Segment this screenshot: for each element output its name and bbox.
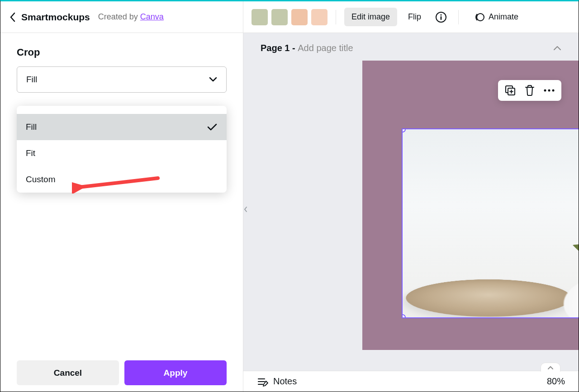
svg-point-1 — [441, 14, 442, 15]
animate-icon — [474, 12, 485, 23]
resize-handle-tl[interactable] — [402, 128, 406, 132]
page-title-input[interactable]: Add page title — [298, 43, 353, 53]
crop-select-value: Fill — [26, 75, 37, 85]
chevron-down-icon — [209, 77, 217, 82]
sidebar-header: Smartmockups Created by Canva — [0, 1, 243, 33]
back-icon[interactable] — [9, 12, 16, 22]
top-bar: Smartmockups Created by Canva Edit image… — [0, 1, 579, 33]
crop-dropdown: Fill Fit Custom — [17, 106, 227, 193]
created-by-link[interactable]: Canva — [140, 12, 164, 21]
divider — [336, 10, 336, 24]
svg-rect-2 — [441, 16, 442, 20]
divider — [458, 10, 459, 24]
toolbar: Edit image Flip Animate — [243, 1, 579, 33]
notes-icon — [257, 377, 269, 387]
created-by: Created by Canva — [98, 12, 164, 22]
svg-point-9 — [548, 90, 551, 92]
plant-decor — [568, 195, 579, 295]
animate-button[interactable]: Animate — [467, 7, 526, 27]
page-label: Page 1 — [261, 43, 290, 53]
sidebar: Crop Fill Fill Fit Custom — [0, 33, 243, 392]
crop-option-custom[interactable]: Custom — [17, 166, 227, 193]
panel-title: Smartmockups — [21, 12, 90, 23]
edit-image-button[interactable]: Edit image — [344, 8, 397, 26]
sidebar-footer: Cancel Apply — [0, 360, 243, 392]
apply-button[interactable]: Apply — [124, 360, 227, 385]
bottom-bar: Notes 80% — [243, 371, 579, 392]
zoom-level[interactable]: 80% — [547, 376, 565, 387]
trash-icon[interactable] — [524, 85, 535, 96]
expand-pages-tab[interactable] — [541, 363, 560, 372]
svg-point-3 — [477, 14, 484, 21]
check-icon — [207, 123, 218, 131]
flip-button[interactable]: Flip — [401, 8, 428, 26]
collapse-page-icon[interactable] — [553, 44, 561, 52]
resize-handle-bl[interactable] — [402, 314, 406, 318]
info-icon[interactable] — [432, 8, 450, 26]
wood-slice-decor — [402, 279, 579, 316]
duplicate-icon[interactable] — [504, 85, 516, 96]
color-swatch-2[interactable] — [271, 9, 288, 25]
color-swatch-3[interactable] — [291, 9, 308, 25]
crop-option-fit[interactable]: Fit — [17, 140, 227, 166]
canvas-area: Page 1 - Add page title — [243, 33, 579, 392]
color-swatch-4[interactable] — [311, 9, 327, 25]
element-toolbar — [498, 80, 561, 101]
notes-button[interactable]: Notes — [257, 376, 297, 387]
color-swatches — [252, 9, 327, 25]
more-icon[interactable] — [543, 89, 555, 92]
sidebar-collapse-handle[interactable] — [243, 197, 248, 222]
selected-mockup-image[interactable] — [402, 128, 579, 318]
color-swatch-1[interactable] — [252, 9, 268, 25]
page-header: Page 1 - Add page title — [243, 33, 579, 61]
cancel-button[interactable]: Cancel — [17, 360, 119, 385]
crop-title: Crop — [17, 47, 227, 58]
crop-option-fill[interactable]: Fill — [17, 114, 227, 140]
svg-point-10 — [552, 90, 555, 92]
svg-point-8 — [544, 90, 546, 92]
crop-select[interactable]: Fill — [17, 66, 227, 93]
